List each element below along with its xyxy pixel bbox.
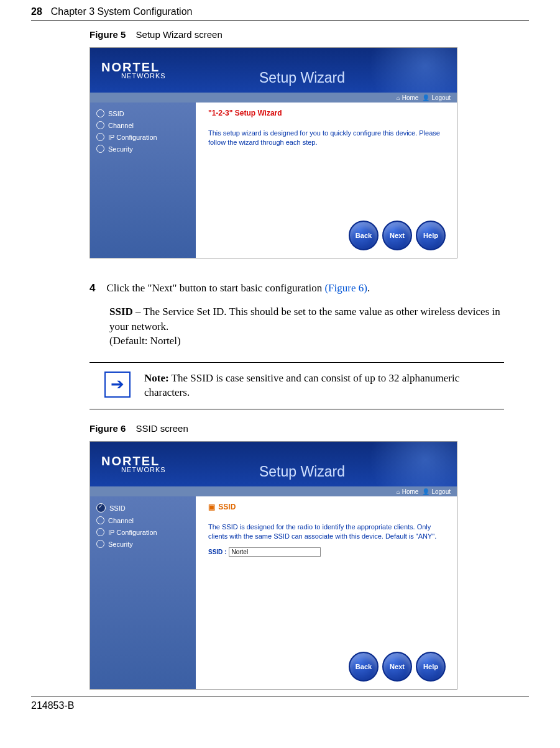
ssid-input[interactable]: [229, 547, 321, 557]
header-decoration: [351, 48, 457, 93]
wizard-sidebar: SSID Channel IP Configuration Security: [90, 103, 196, 258]
sidebar-item-ip-config[interactable]: IP Configuration: [96, 526, 190, 538]
sidebar-label: Security: [108, 145, 133, 153]
sidebar-item-ssid[interactable]: SSID: [96, 107, 190, 119]
wizard-title: Setup Wizard: [259, 463, 345, 480]
ssid-paragraph: SSID – The Service Set ID. This should b…: [90, 304, 504, 349]
logout-icon: 👤: [422, 94, 429, 101]
note-bold: Note:: [144, 372, 169, 384]
home-label: Home: [402, 488, 419, 495]
next-button[interactable]: Next: [382, 652, 412, 682]
figure-5-text: Setup Wizard screen: [136, 29, 223, 40]
sidebar-item-channel[interactable]: Channel: [96, 119, 190, 131]
home-label: Home: [402, 94, 419, 101]
home-icon: ⌂: [397, 488, 400, 495]
ssid-input-label: SSID :: [208, 549, 226, 555]
wizard-header: NORTEL NETWORKS Setup Wizard: [90, 442, 457, 486]
logout-link[interactable]: 👤 Logout: [422, 488, 451, 495]
sidebar-item-security[interactable]: Security: [96, 538, 190, 550]
wizard-sidebar: SSID Channel IP Configuration Security: [90, 496, 196, 689]
step-number: 4: [90, 281, 95, 296]
chapter-title: Chapter 3 System Configuration: [51, 6, 193, 17]
back-button[interactable]: Back: [349, 221, 379, 250]
content-text: This setup wizard is designed for you to…: [208, 129, 444, 147]
networks-subtext: NETWORKS: [121, 466, 166, 473]
step-4-text: Click the "Next" button to start basic c…: [106, 281, 504, 296]
radio-checked-icon: [96, 503, 106, 513]
sidebar-label: Channel: [108, 517, 134, 524]
figure-6-screenshot: NORTEL NETWORKS Setup Wizard ⌂ Home 👤 Lo…: [90, 441, 457, 690]
header-decoration: [351, 442, 457, 486]
step-text-b: .: [367, 282, 370, 294]
wizard-header: NORTEL NETWORKS Setup Wizard: [90, 48, 457, 93]
note-text: Note: The SSID is case sensitive and can…: [144, 372, 504, 400]
content-heading: ▣ SSID: [208, 503, 444, 511]
content-heading: "1-2-3" Setup Wizard: [208, 109, 444, 117]
home-icon: ⌂: [397, 94, 400, 101]
ssid-bold: SSID: [109, 306, 133, 317]
ssid-heading-text: SSID: [218, 503, 236, 511]
note-block: ➔ Note: The SSID is case sensitive and c…: [90, 362, 504, 409]
logout-icon: 👤: [422, 488, 429, 495]
page-header: 28 Chapter 3 System Configuration: [31, 6, 529, 21]
wizard-nav-buttons: Back Next Help: [349, 652, 446, 682]
logout-link[interactable]: 👤 Logout: [422, 94, 451, 101]
wizard-content: ▣ SSID The SSID is designed for the radi…: [196, 496, 457, 689]
top-bar: ⌂ Home 👤 Logout: [90, 93, 457, 103]
wizard-nav-buttons: Back Next Help: [349, 221, 446, 250]
figure-5-caption: Figure 5 Setup Wizard screen: [90, 29, 529, 40]
figure-6-label: Figure 6: [90, 423, 126, 434]
sidebar-label: SSID: [109, 504, 126, 512]
radio-empty-icon: [96, 540, 104, 548]
radio-empty-icon: [96, 528, 104, 536]
note-rest: The SSID is case sensitive and can consi…: [144, 372, 459, 398]
radio-empty-icon: [96, 516, 104, 524]
page-number: 28: [31, 6, 42, 17]
sidebar-item-channel[interactable]: Channel: [96, 514, 190, 526]
radio-empty-icon: [96, 121, 104, 129]
sidebar-label: Channel: [108, 122, 134, 129]
back-button[interactable]: Back: [349, 652, 379, 682]
help-button[interactable]: Help: [416, 652, 446, 682]
figure-5-screenshot: NORTEL NETWORKS Setup Wizard ⌂ Home 👤 Lo…: [90, 47, 457, 258]
wizard-title: Setup Wizard: [259, 70, 345, 86]
logout-label: Logout: [431, 488, 451, 495]
step-4-block: 4 Click the "Next" button to start basic…: [90, 281, 504, 296]
arrow-icon: ➔: [104, 372, 131, 398]
networks-subtext: NETWORKS: [121, 72, 166, 80]
figure-6-link[interactable]: (Figure 6): [324, 282, 367, 294]
right-arrow-icon: ➔: [111, 376, 124, 393]
figure-6-text: SSID screen: [136, 423, 188, 434]
radio-empty-icon: [96, 109, 104, 117]
sidebar-label: IP Configuration: [108, 134, 157, 141]
logout-label: Logout: [431, 94, 451, 101]
figure-5-label: Figure 5: [90, 29, 126, 40]
nortel-logo: NORTEL: [101, 455, 166, 467]
radio-empty-icon: [96, 145, 104, 153]
step-text-a: Click the "Next" button to start basic c…: [106, 282, 324, 294]
top-bar: ⌂ Home 👤 Logout: [90, 486, 457, 496]
sidebar-label: Security: [108, 540, 133, 548]
ssid-input-row: SSID :: [208, 547, 444, 557]
sidebar-item-ssid[interactable]: SSID: [96, 501, 190, 514]
nortel-logo: NORTEL: [101, 61, 166, 73]
doc-id: 214853-B: [31, 700, 74, 711]
help-button[interactable]: Help: [416, 221, 446, 250]
figure-6-caption: Figure 6 SSID screen: [90, 423, 529, 434]
sidebar-item-security[interactable]: Security: [96, 143, 190, 155]
content-text: The SSID is designed for the radio to id…: [208, 522, 444, 541]
ssid-rest: – The Service Set ID. This should be set…: [109, 306, 500, 332]
bullet-icon: ▣: [208, 503, 215, 511]
next-button[interactable]: Next: [382, 221, 412, 250]
radio-empty-icon: [96, 133, 104, 141]
sidebar-label: SSID: [108, 110, 124, 117]
sidebar-item-ip-config[interactable]: IP Configuration: [96, 131, 190, 143]
page-footer: 214853-B: [31, 696, 529, 711]
home-link[interactable]: ⌂ Home: [397, 488, 419, 495]
home-link[interactable]: ⌂ Home: [397, 94, 419, 101]
sidebar-label: IP Configuration: [108, 529, 157, 536]
wizard-content: "1-2-3" Setup Wizard This setup wizard i…: [196, 103, 457, 258]
ssid-default: (Default: Nortel): [109, 334, 504, 349]
